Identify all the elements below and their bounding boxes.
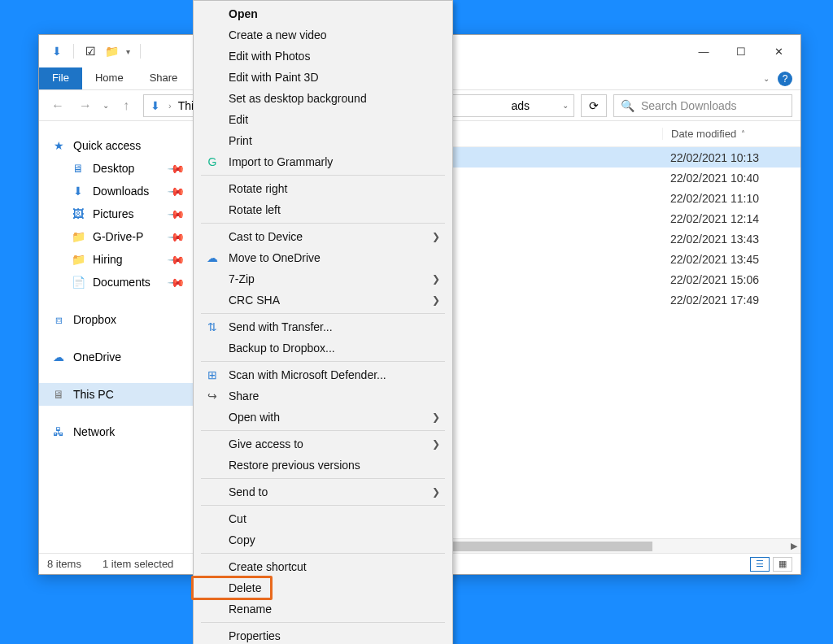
thumbnails-view-button[interactable]: ▦: [773, 557, 792, 572]
menu-item-label: Cast to Device: [229, 230, 303, 243]
menu-item-label: Print: [229, 134, 252, 147]
menu-create-a-new-video[interactable]: Create a new video: [196, 24, 450, 46]
menu-edit-with-paint-3d[interactable]: Edit with Paint 3D: [196, 67, 450, 88]
menu-item-label: Create shortcut: [229, 560, 307, 573]
menu-edit-with-photos[interactable]: Edit with Photos: [196, 46, 450, 67]
chevron-down-icon[interactable]: ⌄: [763, 74, 770, 83]
recent-chevron-icon[interactable]: ⌄: [102, 101, 109, 110]
forward-button[interactable]: →: [75, 98, 96, 113]
minimize-button[interactable]: —: [685, 39, 722, 63]
sidebar-item-documents[interactable]: 📄Documents📌: [39, 271, 194, 294]
search-icon: 🔍: [621, 99, 635, 112]
menu-import-to-grammarly[interactable]: GImport to Grammarly: [196, 151, 450, 172]
menu-open[interactable]: Open: [196, 3, 450, 24]
nav-label: Network: [73, 425, 115, 438]
pin-icon: 📌: [167, 181, 185, 200]
menu-give-access-to[interactable]: Give access to❯: [196, 433, 450, 455]
nav-item-icon: ⬇: [72, 185, 85, 198]
sidebar-item-g-drive-p[interactable]: 📁G-Drive-P📌: [39, 225, 194, 248]
item-count: 8 items: [47, 558, 81, 570]
checkbox-icon[interactable]: ☑: [84, 45, 97, 58]
menu-cast-to-device[interactable]: Cast to Device❯: [196, 226, 450, 247]
tab-share[interactable]: Share: [137, 67, 191, 89]
menu-item-icon: G: [204, 155, 220, 168]
menu-restore-previous-versions[interactable]: Restore previous versions: [196, 455, 450, 476]
view-switcher: ☰ ▦: [750, 557, 792, 572]
menu-item-label: Share: [229, 389, 259, 402]
menu-separator: [201, 313, 445, 314]
menu-move-to-onedrive[interactable]: ☁Move to OneDrive: [196, 247, 450, 268]
sidebar-this-pc[interactable]: 🖥 This PC: [39, 383, 194, 406]
menu-item-label: Move to OneDrive: [229, 251, 321, 264]
menu-edit[interactable]: Edit: [196, 109, 450, 130]
chevron-down-icon[interactable]: ⌄: [562, 101, 569, 110]
back-button[interactable]: ←: [47, 98, 68, 113]
menu-open-with[interactable]: Open with❯: [196, 407, 450, 428]
nav-label: This PC: [73, 388, 114, 401]
tab-home[interactable]: Home: [82, 67, 137, 89]
menu-rotate-right[interactable]: Rotate right: [196, 178, 450, 199]
sidebar-network[interactable]: 🖧 Network: [39, 420, 194, 443]
sidebar-onedrive[interactable]: ☁ OneDrive: [39, 346, 194, 368]
pin-icon: 📌: [167, 159, 185, 177]
selection-count: 1 item selected: [102, 558, 173, 570]
close-button[interactable]: ✕: [760, 39, 797, 63]
nav-label: Hiring: [93, 253, 123, 266]
menu-item-label: Scan with Microsoft Defender...: [229, 368, 386, 381]
menu-item-label: Delete: [229, 581, 261, 594]
sidebar-item-pictures[interactable]: 🖼Pictures📌: [39, 202, 194, 225]
menu-item-label: Edit with Paint 3D: [229, 71, 319, 84]
refresh-button[interactable]: ⟳: [581, 94, 607, 117]
file-date: 22/02/2021 11:10: [662, 192, 800, 205]
crumb-text[interactable]: ads: [511, 99, 530, 112]
chevron-down-icon[interactable]: ▾: [126, 47, 130, 56]
menu-set-as-desktop-background[interactable]: Set as desktop background: [196, 88, 450, 109]
submenu-arrow-icon: ❯: [432, 486, 440, 498]
tab-file[interactable]: File: [39, 67, 82, 89]
maximize-button[interactable]: ☐: [722, 39, 760, 63]
menu-delete[interactable]: Delete: [196, 577, 450, 598]
scroll-right-icon[interactable]: ▶: [787, 541, 800, 551]
nav-label: Desktop: [93, 162, 134, 175]
menu-create-shortcut[interactable]: Create shortcut: [196, 556, 450, 577]
window-controls: — ☐ ✕: [685, 39, 797, 63]
menu-scan-with-microsoft-defender[interactable]: ⊞Scan with Microsoft Defender...: [196, 364, 450, 385]
sidebar-item-downloads[interactable]: ⬇Downloads📌: [39, 180, 194, 202]
menu-7-zip[interactable]: 7-Zip❯: [196, 268, 450, 289]
menu-share[interactable]: ↪Share: [196, 385, 450, 407]
menu-send-with-transfer[interactable]: ⇅Send with Transfer...: [196, 316, 450, 337]
menu-copy[interactable]: Copy: [196, 529, 450, 550]
separator: [140, 44, 141, 59]
sidebar-item-desktop[interactable]: 🖥Desktop📌: [39, 157, 194, 180]
column-date[interactable]: Date modified ˄: [662, 128, 800, 140]
nav-item-icon: 📄: [72, 276, 85, 289]
menu-separator: [201, 223, 445, 224]
menu-crc-sha[interactable]: CRC SHA❯: [196, 289, 450, 311]
down-arrow-icon[interactable]: ⬇: [50, 45, 63, 58]
menu-backup-to-dropbox[interactable]: Backup to Dropbox...: [196, 337, 450, 359]
menu-item-label: Create a new video: [229, 28, 327, 41]
sidebar-item-hiring[interactable]: 📁Hiring📌: [39, 248, 194, 271]
up-button[interactable]: ↑: [116, 98, 137, 113]
search-input[interactable]: 🔍 Search Downloads: [613, 94, 792, 117]
sidebar-dropbox[interactable]: ⧈ Dropbox: [39, 308, 194, 331]
menu-item-label: Properties: [229, 629, 281, 642]
quick-access-root[interactable]: ★ Quick access: [39, 134, 194, 157]
menu-print[interactable]: Print: [196, 130, 450, 151]
file-date: 22/02/2021 15:06: [662, 273, 800, 286]
menu-item-label: Restore previous versions: [229, 459, 360, 472]
menu-send-to[interactable]: Send to❯: [196, 481, 450, 503]
folder-icon[interactable]: 📁: [105, 45, 118, 58]
star-icon: ★: [52, 139, 65, 152]
menu-cut[interactable]: Cut: [196, 508, 450, 529]
details-view-button[interactable]: ☰: [750, 557, 770, 572]
help-icon[interactable]: ?: [778, 72, 792, 86]
pin-icon: 📌: [167, 250, 185, 268]
submenu-arrow-icon: ❯: [432, 273, 440, 285]
menu-properties[interactable]: Properties: [196, 625, 450, 644]
file-date: 22/02/2021 17:49: [662, 294, 800, 307]
menu-rotate-left[interactable]: Rotate left: [196, 199, 450, 220]
menu-rename[interactable]: Rename: [196, 598, 450, 620]
menu-item-label: Rotate right: [229, 182, 287, 195]
context-menu: OpenCreate a new videoEdit with PhotosEd…: [193, 0, 453, 644]
